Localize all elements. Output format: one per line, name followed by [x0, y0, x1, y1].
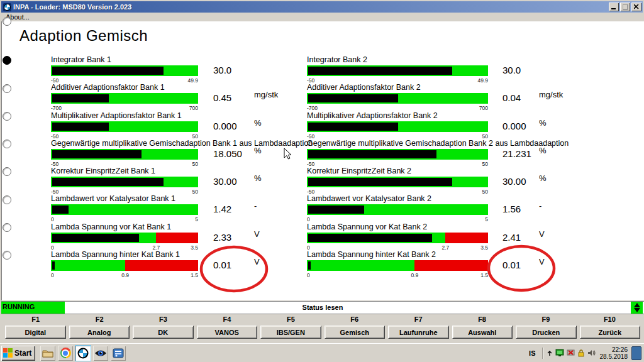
- scroll-updown-icon[interactable]: [631, 302, 643, 314]
- show-desktop-icon[interactable]: [631, 346, 641, 360]
- fkey-label-row: F1 F2 F3 F4 F5 F6 F7 F8 F9 F10: [1, 315, 644, 323]
- value-bar: [307, 149, 488, 160]
- measurement-unit: V: [539, 257, 545, 266]
- value-bar: [307, 260, 488, 271]
- measurement-unit: mg/stk: [539, 90, 563, 99]
- measurement-unit: V: [254, 257, 260, 266]
- radio-row-1[interactable]: [3, 56, 11, 65]
- fkey-label-f7: F7: [387, 315, 448, 323]
- security-lock-icon[interactable]: [577, 349, 585, 357]
- chrome-icon[interactable]: [58, 346, 73, 361]
- radio-row-2[interactable]: [3, 84, 11, 93]
- tray-divider: [542, 348, 543, 359]
- bar-scale: 0 5: [307, 216, 488, 222]
- value-bar: [51, 177, 198, 187]
- error-status-icon[interactable]: [567, 349, 575, 357]
- measurement-value: 0.45: [213, 92, 231, 103]
- start-button[interactable]: Start: [1, 346, 35, 361]
- value-bar: [307, 121, 488, 132]
- measurement-row: Lambdawert vor Katalysator Bank 2 1.56 -…: [307, 194, 596, 222]
- measurement-unit: %: [254, 173, 262, 183]
- digital-button[interactable]: Digital: [5, 326, 66, 339]
- measurement-row: Multiplikativer Adaptionsfaktor Bank 2 0…: [307, 111, 596, 139]
- dk-button[interactable]: DK: [133, 326, 194, 339]
- value-bar: [307, 233, 488, 243]
- bar-scale: -700 700: [307, 105, 488, 111]
- scale-threshold: 0.9: [411, 272, 418, 278]
- start-label: Start: [14, 349, 31, 358]
- radio-row-7[interactable]: [3, 223, 11, 232]
- radio-top[interactable]: [3, 17, 11, 26]
- window-title: INPA - Loader: MSD80 Version 2.023: [13, 3, 608, 11]
- network-status-icon[interactable]: [555, 349, 564, 357]
- value-bar-fill: [52, 67, 164, 75]
- laufunruhe-button[interactable]: Laufunruhe: [388, 326, 449, 339]
- bar-scale: 0 0.9 1.5: [51, 272, 198, 278]
- main-panel: Adaption Gemisch Integrator Bank 1 30.0 …: [1, 21, 644, 300]
- scale-max: 5: [485, 216, 488, 222]
- measurement-row: Korrektur EinspritzZeit Bank 1 30.00 % -…: [51, 167, 340, 194]
- fkey-label-f3: F3: [133, 315, 194, 323]
- value-bar: [51, 149, 198, 160]
- fkey-label-f4: F4: [196, 315, 257, 323]
- measurement-unit: -: [254, 201, 257, 211]
- radio-row-3[interactable]: [3, 112, 11, 121]
- radio-row-8[interactable]: [3, 251, 11, 260]
- vanos-button[interactable]: VANOS: [197, 326, 258, 339]
- scale-max: 1.5: [480, 272, 488, 278]
- eye-tool-icon[interactable]: [93, 346, 108, 361]
- measurement-value: 1.42: [213, 204, 231, 214]
- status-band: RUNNING Status lesen: [1, 301, 644, 314]
- value-bar: [307, 93, 488, 104]
- value-bar-fill: [52, 150, 142, 158]
- measurement-row: Lambda Spannung hinter Kat Bank 1 0.01 V…: [51, 250, 340, 278]
- inpa-bmw-icon[interactable]: [75, 346, 91, 361]
- menu-bar: About...: [1, 13, 643, 22]
- windows-logo-icon: [3, 348, 13, 358]
- show-hidden-icons-chevron[interactable]: [547, 349, 553, 357]
- measurement-label: Multiplikativer Adaptionsfaktor Bank 2: [307, 111, 438, 120]
- gemisch-button[interactable]: Gemisch: [325, 326, 386, 339]
- close-icon: [634, 4, 639, 9]
- fkey-label-f2: F2: [69, 315, 130, 323]
- measurement-label: Korrektur EinspritzZeit Bank 1: [51, 167, 155, 175]
- fkey-label-f6: F6: [324, 315, 385, 323]
- measurement-label: Lambda Spannung hinter Kat Bank 2: [307, 250, 436, 259]
- scale-min: 0: [51, 272, 54, 278]
- scale-min: 0: [307, 272, 310, 278]
- tray-time: 22:26: [600, 346, 628, 353]
- measurement-label: Lambda Spannung hinter Kat Bank 1: [51, 250, 180, 259]
- measurement-row: Lambda Spannung hinter Kat Bank 2 0.01 V…: [307, 250, 596, 278]
- explorer-folder-icon[interactable]: [40, 346, 55, 361]
- tray-clock[interactable]: 22:26 28.5.2018: [600, 346, 628, 360]
- volume-icon[interactable]: [587, 349, 596, 357]
- analog-button[interactable]: Analog: [69, 326, 130, 339]
- drucken-button[interactable]: Drucken: [516, 326, 577, 339]
- measurement-row: Gegenwärtige multiplikative Gemischadapt…: [307, 139, 596, 167]
- value-bar: [51, 233, 198, 243]
- measurement-row: Integrator Bank 2 30.0 -50 49.9: [307, 55, 596, 83]
- language-indicator[interactable]: IS: [526, 348, 538, 358]
- zurueck-button[interactable]: Zurück: [580, 326, 641, 339]
- measurement-value: 0.000: [502, 121, 526, 131]
- value-bar: [307, 177, 488, 187]
- measurement-value: 30.0: [502, 65, 521, 75]
- auswahl-button[interactable]: Auswahl: [452, 326, 513, 339]
- scale-threshold: 0.9: [121, 272, 129, 278]
- radio-row-6[interactable]: [3, 195, 11, 204]
- measurement-value: 0.01: [502, 260, 521, 270]
- minimize-button[interactable]: [609, 3, 619, 11]
- title-bar[interactable]: INPA - Loader: MSD80 Version 2.023: [1, 1, 643, 13]
- close-button[interactable]: [631, 3, 641, 11]
- measurement-value: 1.56: [502, 204, 521, 214]
- control-panel-icon[interactable]: [111, 346, 126, 361]
- value-bar: [51, 93, 198, 104]
- measurement-value: 0.000: [213, 121, 237, 131]
- radio-row-4[interactable]: [3, 140, 11, 148]
- ibs-gen-button[interactable]: IBS/GEN: [260, 326, 321, 339]
- tray-date: 28.5.2018: [600, 353, 628, 360]
- measurement-label: Additiver Adaptionsfaktor Bank 1: [51, 83, 165, 92]
- radio-row-5[interactable]: [3, 167, 11, 176]
- measurement-row: Lambda Spannung vor Kat Bank 1 2.33 V 0 …: [51, 222, 340, 250]
- value-bar: [51, 65, 198, 76]
